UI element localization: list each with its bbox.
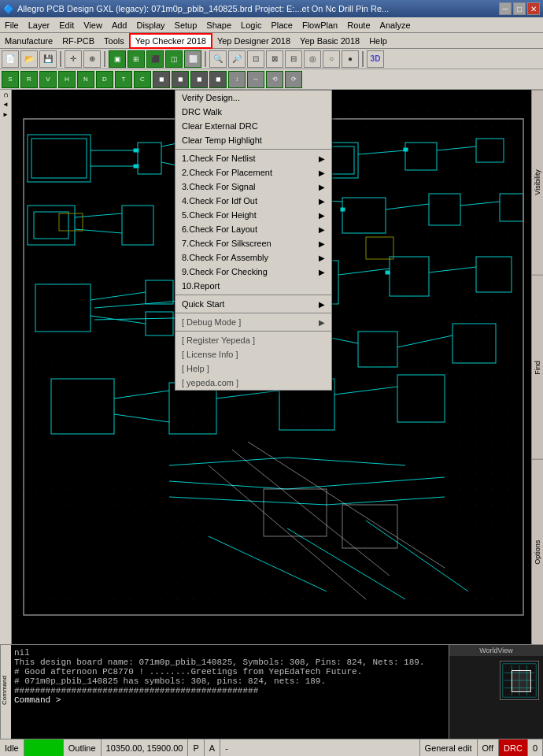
find-tab[interactable]: Find (532, 275, 543, 460)
close-button[interactable]: ✕ (527, 2, 540, 15)
menu-display[interactable]: Display (131, 19, 169, 32)
tb2-btn7[interactable]: T (115, 71, 132, 88)
tb2-btn8[interactable]: C (134, 71, 151, 88)
dd-item-3[interactable]: Clear Temp Highlight (175, 133, 331, 147)
tb-btn11[interactable]: ○ (323, 50, 340, 68)
dd-item-13[interactable]: 9.Check For Checking▶ (175, 265, 331, 279)
menu-place[interactable]: Place (266, 19, 297, 32)
visibility-tab[interactable]: Visibility (532, 90, 543, 275)
dd-item-14[interactable]: 10.Report (175, 279, 331, 293)
tb-btn9[interactable]: ⊟ (285, 50, 302, 68)
menu-route[interactable]: Route (342, 19, 375, 32)
menu-view[interactable]: View (79, 19, 107, 32)
tb-btn8[interactable]: ⊠ (266, 50, 283, 68)
maximize-button[interactable]: □ (513, 2, 526, 15)
menu-yep-checker[interactable]: Yep Checker 2018 (129, 33, 212, 49)
tb-btn7[interactable]: ⊡ (247, 50, 264, 68)
dd-item-arrow-6: ▶ (319, 169, 325, 177)
minimize-button[interactable]: ─ (499, 2, 512, 15)
dd-item-18[interactable]: [ Debug Mode ]▶ (175, 315, 331, 329)
log-line-6[interactable]: Command > (14, 695, 445, 705)
dd-item-arrow-11: ▶ (319, 239, 325, 248)
dd-item-20[interactable]: [ Register Yepeda ] (175, 333, 331, 347)
tb2-btn14[interactable]: ↔ (247, 71, 264, 88)
dd-item-16[interactable]: Quick Start▶ (175, 297, 331, 311)
tb-new[interactable]: 📄 (2, 50, 19, 68)
dd-separator-19 (175, 331, 331, 332)
tb-green4[interactable]: ◫ (165, 50, 183, 68)
menu-shape[interactable]: Shape (201, 19, 236, 32)
menu-yep-basic[interactable]: Yep Basic 2018 (295, 35, 364, 47)
log-line-4: # 071m0p_pbib_140825 has symbols: 308, p… (14, 676, 445, 686)
menu-logic[interactable]: Logic (236, 19, 266, 32)
tb2-btn1[interactable]: S (2, 71, 19, 88)
dd-item-arrow-8: ▶ (319, 197, 325, 206)
tb2-btn11[interactable]: ◼ (190, 71, 208, 88)
menu-layer[interactable]: Layer (24, 19, 55, 32)
tb-sep4 (362, 51, 364, 67)
command-label-text: Command (1, 676, 8, 705)
tb2-btn4[interactable]: H (58, 71, 76, 88)
tb-3d[interactable]: 3D (367, 50, 384, 68)
dd-item-arrow-13: ▶ (319, 268, 325, 276)
dd-separator-17 (175, 313, 331, 313)
dd-item-7[interactable]: 3.Check For Signal▶ (175, 180, 331, 194)
dd-item-6[interactable]: 2.Check For Placement▶ (175, 165, 331, 180)
tb-green2[interactable]: ⊞ (127, 50, 145, 68)
menu-rfpcb[interactable]: RF-PCB (57, 35, 99, 47)
tb-open[interactable]: 📂 (20, 50, 38, 68)
dd-item-21[interactable]: [ License Info ] (175, 347, 331, 361)
tb-zoom-in[interactable]: ⊕ (83, 50, 101, 68)
dd-item-8[interactable]: 4.Check For Idf Out▶ (175, 194, 331, 208)
tb2-btn15[interactable]: ⟲ (266, 71, 283, 88)
dd-item-label-0: Verify Design... (182, 93, 240, 102)
dd-item-5[interactable]: 1.Check For Netlist▶ (175, 151, 331, 165)
tb-green1[interactable]: ▣ (109, 50, 126, 68)
dd-item-23[interactable]: [ yepeda.com ] (175, 376, 331, 390)
tb-btn6[interactable]: 🔎 (228, 50, 246, 68)
tb-green3[interactable]: ⬛ (146, 50, 164, 68)
dd-item-label-18: [ Debug Mode ] (182, 317, 241, 327)
options-tab[interactable]: Options (532, 459, 543, 644)
menu-analyze[interactable]: Analyze (375, 19, 416, 32)
dd-item-22[interactable]: [ Help ] (175, 361, 331, 376)
canvas-area[interactable]: Verify Design...DRC WalkClear External D… (12, 90, 531, 644)
menu-add[interactable]: Add (107, 19, 132, 32)
dd-item-10[interactable]: 6.Check For Layout▶ (175, 222, 331, 236)
svg-rect-78 (386, 271, 390, 274)
left-panel: C ◄ ► (0, 90, 12, 644)
dd-item-2[interactable]: Clear External DRC (175, 119, 331, 133)
command-log: nil This design board name: 071m0p_pbib_… (11, 645, 449, 739)
dd-item-0[interactable]: Verify Design... (175, 91, 331, 105)
menu-help[interactable]: Help (364, 35, 392, 47)
menu-flowplan[interactable]: FlowPlan (297, 19, 342, 32)
tb2-btn2[interactable]: R (20, 71, 38, 88)
menu-file[interactable]: File (0, 19, 24, 32)
tb2-btn3[interactable]: V (39, 71, 57, 88)
tb2-btn16[interactable]: ⟳ (285, 71, 302, 88)
tb-btn5[interactable]: 🔍 (209, 50, 227, 68)
tb2-btn10[interactable]: ◼ (172, 71, 189, 88)
app-icon: 🔷 (3, 4, 14, 14)
tb-gray1[interactable]: ⬜ (184, 50, 201, 68)
dd-item-11[interactable]: 7.Check For Silkscreen▶ (175, 236, 331, 250)
tb-move[interactable]: ✛ (65, 50, 82, 68)
tb-btn12[interactable]: ● (342, 50, 359, 68)
menu-tools[interactable]: Tools (99, 35, 129, 47)
menu-yep-designer[interactable]: Yep Designer 2018 (212, 35, 295, 47)
menu-manufacture[interactable]: Manufacture (0, 35, 57, 47)
tb2-btn5[interactable]: N (77, 71, 94, 88)
menu-setup[interactable]: Setup (170, 19, 202, 32)
dd-item-1[interactable]: DRC Walk (175, 105, 331, 119)
dd-item-9[interactable]: 5.Check For Height▶ (175, 208, 331, 222)
tb-sep1 (60, 51, 61, 67)
tb2-btn13[interactable]: ↕ (228, 71, 246, 88)
tb-btn10[interactable]: ◎ (304, 50, 321, 68)
tb2-btn9[interactable]: ◼ (153, 71, 170, 88)
menu-edit[interactable]: Edit (54, 19, 79, 32)
tb2-btn6[interactable]: D (96, 71, 113, 88)
tb-save[interactable]: 💾 (39, 50, 57, 68)
dd-item-label-22: [ Help ] (182, 364, 209, 373)
dd-item-12[interactable]: 8.Check For Assembly▶ (175, 250, 331, 265)
tb2-btn12[interactable]: ◼ (209, 71, 227, 88)
